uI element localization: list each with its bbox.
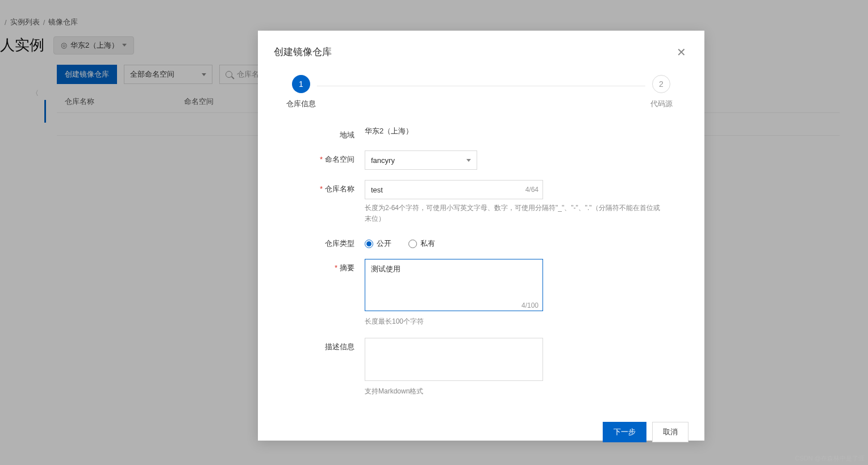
next-button[interactable]: 下一步 (603, 422, 646, 442)
label-region: 地域 (285, 126, 365, 140)
breadcrumb-instances[interactable]: 实例列表 (10, 17, 40, 27)
repo-name-input[interactable] (365, 180, 543, 199)
watermark: CSDN @在森林中是了涯 (795, 454, 865, 463)
step-1-label: 仓库信息 (286, 99, 316, 109)
radio-public-label: 公开 (377, 238, 391, 249)
location-icon: ◎ (61, 41, 67, 49)
search-placeholder: 仓库名 (237, 69, 259, 79)
breadcrumb: / 实例列表 / 镜像仓库 (0, 17, 78, 27)
th-repo-name: 仓库名称 (65, 97, 184, 107)
label-repo-type: 仓库类型 (285, 234, 365, 249)
search-icon (226, 71, 232, 78)
cancel-button[interactable]: 取消 (652, 422, 688, 442)
label-repo-name: 仓库名称 (285, 180, 365, 194)
step-1-number: 1 (292, 75, 310, 93)
create-repo-modal: 创建镜像仓库 ✕ 1 仓库信息 2 代码源 地域 华东2（上海） 命名空间 fa… (258, 31, 704, 441)
collapse-toggle[interactable]: 〈 (32, 89, 39, 98)
modal-title: 创建镜像仓库 (274, 45, 332, 58)
repo-name-hint: 长度为2-64个字符，可使用小写英文字母、数字，可使用分隔符"_"、"-"、".… (365, 203, 660, 224)
chevron-down-icon (202, 73, 206, 76)
create-repo-button[interactable]: 创建镜像仓库 (57, 65, 117, 84)
value-region: 华东2（上海） (365, 123, 413, 135)
step-connector (317, 86, 645, 86)
close-icon[interactable]: ✕ (674, 45, 688, 59)
namespace-filter-label: 全部命名空间 (130, 69, 174, 79)
description-textarea[interactable] (365, 338, 543, 381)
radio-private-label: 私有 (420, 238, 435, 249)
namespace-select-value: fancyry (371, 156, 395, 165)
chevron-down-icon (466, 159, 471, 162)
region-label: 华东2（上海） (70, 40, 119, 51)
namespace-select[interactable]: fancyry (365, 150, 477, 170)
summary-counter: 4/100 (521, 301, 539, 309)
radio-public[interactable]: 公开 (365, 238, 391, 249)
radio-private[interactable]: 私有 (408, 238, 435, 249)
step-repo-info: 1 仓库信息 (285, 75, 317, 109)
description-hint: 支持Markdown格式 (365, 386, 660, 397)
summary-hint: 长度最长100个字符 (365, 316, 660, 327)
step-2-label: 代码源 (650, 99, 673, 109)
breadcrumb-sep: / (43, 18, 45, 27)
label-namespace: 命名空间 (285, 150, 365, 165)
breadcrumb-image-repo[interactable]: 镜像仓库 (48, 17, 78, 27)
summary-textarea[interactable] (365, 259, 543, 311)
namespace-filter[interactable]: 全部命名空间 (124, 65, 212, 84)
label-summary: 摘要 (285, 259, 365, 273)
region-selector[interactable]: ◎ 华东2（上海） (53, 36, 134, 55)
radio-private-input[interactable] (408, 240, 417, 248)
chevron-down-icon (122, 44, 127, 47)
page-title: 人实例 (0, 35, 44, 55)
step-indicator: 1 仓库信息 2 代码源 (258, 65, 704, 114)
repo-form: 地域 华东2（上海） 命名空间 fancyry 仓库名称 4/64 长度为 (258, 114, 704, 413)
active-indicator (44, 100, 46, 123)
repo-name-counter: 4/64 (525, 186, 539, 194)
label-description: 描述信息 (285, 338, 365, 352)
radio-public-input[interactable] (365, 240, 373, 248)
breadcrumb-sep: / (5, 18, 7, 27)
step-2-number: 2 (652, 75, 670, 93)
step-code-source: 2 代码源 (645, 75, 677, 109)
modal-footer: 下一步 取消 (258, 413, 704, 456)
